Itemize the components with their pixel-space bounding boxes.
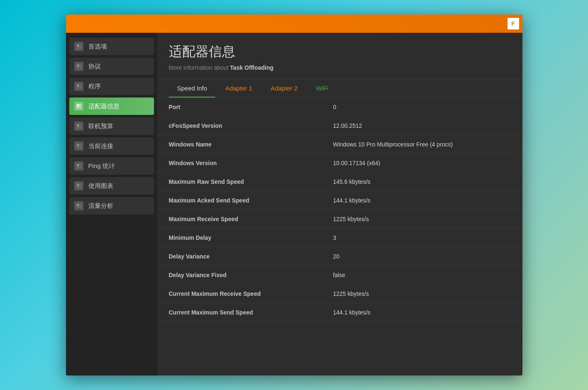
panel-header: 适配器信息 More information about Task Offloa… xyxy=(157,33,522,80)
sidebar-label-protocol: 协议 xyxy=(88,63,101,71)
table-row: Maximum Acked Send Speed 144.1 kbytes/s xyxy=(157,191,522,210)
table-row: Current Maximum Send Speed 144.1 kbytes/… xyxy=(157,303,522,322)
svg-rect-11 xyxy=(77,144,79,146)
svg-rect-1 xyxy=(77,45,79,46)
sidebar-icon-traffic-analysis xyxy=(74,201,83,210)
table-row: Windows Version 10.00.17134 (x64) xyxy=(157,154,522,173)
table-row: Windows Name Windows 10 Pro Multiprocess… xyxy=(157,135,522,154)
table-row: Current Maximum Receive Speed 1225 kbyte… xyxy=(157,285,522,303)
sidebar-label-traffic-analysis: 流量分析 xyxy=(88,202,113,210)
sidebar-label-preferences: 首选项 xyxy=(88,43,107,51)
sidebar-item-usage-charts[interactable]: 使用图表 xyxy=(69,177,154,195)
svg-rect-7 xyxy=(77,105,79,106)
title-bar: F xyxy=(66,15,522,33)
table-value: 1225 kbytes/s xyxy=(322,285,522,303)
sidebar-item-programs[interactable]: 程序 xyxy=(69,78,154,95)
tab-speed-info[interactable]: Speed Info xyxy=(169,80,216,98)
table-value: false xyxy=(322,266,522,285)
sidebar-icon-preferences xyxy=(74,42,83,51)
sidebar-label-online-budget: 联机预算 xyxy=(88,122,113,130)
sidebar-item-protocol[interactable]: 协议 xyxy=(69,58,154,75)
tab-adapter2[interactable]: Adapter 2 xyxy=(262,80,306,98)
sidebar-icon-current-connections xyxy=(74,141,83,151)
sidebar-item-traffic-analysis[interactable]: 流量分析 xyxy=(69,197,154,214)
table-key: Port xyxy=(157,98,322,117)
table-row: Delay Variance 20 xyxy=(157,247,522,266)
sidebar-icon-ping-stats xyxy=(74,161,83,171)
table-value: 0 xyxy=(322,98,522,117)
sidebar-item-preferences[interactable]: 首选项 xyxy=(69,38,154,55)
table-value: 145.6 kbytes/s xyxy=(322,173,522,191)
sidebar-item-ping-stats[interactable]: Ping 统计 xyxy=(69,157,154,175)
table-value: 1225 kbytes/s xyxy=(322,210,522,229)
info-table: Port 0 cFosSpeed Version 12.00.2512 Wind… xyxy=(157,98,522,322)
sidebar-label-programs: 程序 xyxy=(88,83,101,90)
sidebar-label-usage-charts: 使用图表 xyxy=(88,182,113,190)
task-offloading-link[interactable]: Task Offloading xyxy=(230,64,273,71)
table-row: Delay Variance Fixed false xyxy=(157,266,522,285)
table-key: Windows Version xyxy=(157,154,322,173)
table-value: 12.00.2512 xyxy=(322,117,522,135)
svg-rect-17 xyxy=(77,204,79,206)
sidebar-icon-programs xyxy=(74,82,83,91)
sidebar-label-current-connections: 当前连接 xyxy=(88,142,113,150)
tab-adapter1[interactable]: Adapter 1 xyxy=(217,80,261,98)
sidebar-label-ping-stats: Ping 统计 xyxy=(88,162,115,170)
table-key: Windows Name xyxy=(157,135,322,154)
table-value: Windows 10 Pro Multiprocessor Free (4 pr… xyxy=(322,135,522,154)
panel-subtitle: More information about Task Offloading xyxy=(169,64,511,71)
table-key: Current Maximum Receive Speed xyxy=(157,285,322,303)
app-icon: F xyxy=(507,18,519,29)
table-key: Delay Variance Fixed xyxy=(157,266,322,285)
table-key: Maximum Acked Send Speed xyxy=(157,191,322,210)
tab-wifi[interactable]: WiFi xyxy=(307,80,337,98)
table-value: 144.1 kbytes/s xyxy=(322,191,522,210)
svg-rect-3 xyxy=(77,65,79,66)
table-key: cFosSpeed Version xyxy=(157,117,322,135)
table-row: Port 0 xyxy=(157,98,522,117)
table-key: Delay Variance xyxy=(157,247,322,266)
table-key: Minimum Delay xyxy=(157,229,322,247)
sidebar-item-adapter-info[interactable]: 适配器信息 xyxy=(69,98,154,115)
page-title: 适配器信息 xyxy=(169,43,511,61)
table-row: Maximum Raw Send Speed 145.6 kbytes/s xyxy=(157,173,522,191)
table-row: Maximum Receive Speed 1225 kbytes/s xyxy=(157,210,522,229)
table-value: 144.1 kbytes/s xyxy=(322,303,522,322)
svg-rect-9 xyxy=(77,124,79,126)
sidebar: 首选项 协议 程序 xyxy=(66,33,157,375)
tabs-bar: Speed InfoAdapter 1Adapter 2WiFi xyxy=(157,80,522,98)
sidebar-item-current-connections[interactable]: 当前连接 xyxy=(69,137,154,155)
sidebar-icon-protocol xyxy=(74,62,83,71)
table-row: cFosSpeed Version 12.00.2512 xyxy=(157,117,522,135)
svg-rect-13 xyxy=(77,164,79,166)
sidebar-icon-online-budget xyxy=(74,122,83,131)
main-content: 首选项 协议 程序 xyxy=(66,33,522,375)
table-value: 20 xyxy=(322,247,522,266)
info-table-area[interactable]: Port 0 cFosSpeed Version 12.00.2512 Wind… xyxy=(157,98,522,375)
app-window: F 首选项 协议 xyxy=(66,15,522,375)
svg-rect-15 xyxy=(77,184,79,186)
table-row: Minimum Delay 3 xyxy=(157,229,522,247)
table-value: 10.00.17134 (x64) xyxy=(322,154,522,173)
table-key: Current Maximum Send Speed xyxy=(157,303,322,322)
sidebar-icon-adapter-info xyxy=(74,102,83,111)
sidebar-item-online-budget[interactable]: 联机预算 xyxy=(69,117,154,135)
table-key: Maximum Raw Send Speed xyxy=(157,173,322,191)
sidebar-icon-usage-charts xyxy=(74,181,83,190)
sidebar-label-adapter-info: 适配器信息 xyxy=(88,102,120,110)
table-key: Maximum Receive Speed xyxy=(157,210,322,229)
main-panel: 适配器信息 More information about Task Offloa… xyxy=(157,33,522,375)
svg-rect-5 xyxy=(77,85,79,86)
table-value: 3 xyxy=(322,229,522,247)
